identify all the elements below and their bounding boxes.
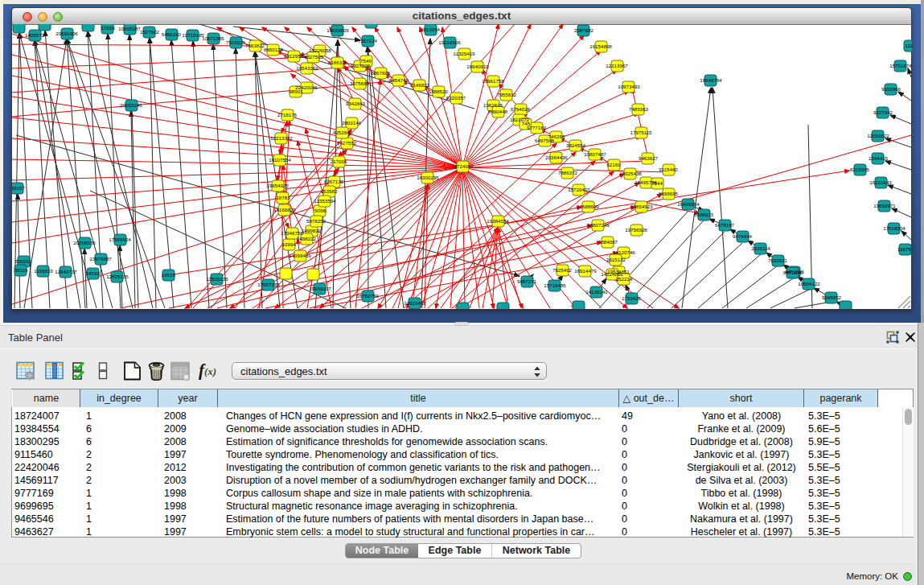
svg-text:10654122: 10654122 (798, 281, 820, 286)
svg-text:9245052: 9245052 (822, 295, 842, 300)
svg-text:7357224: 7357224 (358, 38, 378, 43)
svg-text:217006: 217006 (331, 159, 347, 164)
svg-text:7625402: 7625402 (552, 267, 573, 273)
svg-text:10671385: 10671385 (202, 35, 224, 41)
svg-text:5878352: 5878352 (306, 218, 326, 224)
svg-text:8427552: 8427552 (337, 140, 357, 146)
svg-text:9329966: 9329966 (881, 86, 901, 92)
svg-text:6466160: 6466160 (162, 31, 182, 37)
svg-text:8813054: 8813054 (421, 27, 441, 32)
svg-text:3675685: 3675685 (350, 80, 370, 86)
svg-text:8471676: 8471676 (783, 270, 803, 275)
svg-text:12505135: 12505135 (206, 276, 228, 282)
svg-text:1588520: 1588520 (429, 89, 449, 94)
svg-text:9146821: 9146821 (410, 82, 430, 88)
svg-text:1615132: 1615132 (606, 257, 626, 262)
svg-text:16033809: 16033809 (326, 27, 349, 33)
svg-text:19218506: 19218506 (438, 39, 461, 45)
svg-text:18724007: 18724007 (451, 163, 474, 169)
svg-text:535051: 535051 (15, 258, 32, 264)
svg-text:10025438: 10025438 (619, 171, 642, 176)
svg-text:19654925: 19654925 (266, 183, 289, 188)
svg-text:6479197: 6479197 (715, 222, 735, 228)
svg-text:3498222: 3498222 (297, 236, 317, 241)
svg-text:10719185: 10719185 (182, 32, 204, 38)
svg-text:4252842: 4252842 (333, 130, 353, 135)
svg-text:9084067: 9084067 (598, 239, 618, 245)
svg-text:6497568: 6497568 (535, 138, 555, 143)
svg-text:19166829: 19166829 (273, 207, 296, 212)
svg-text:3824554: 3824554 (566, 142, 586, 148)
svg-text:19384554: 19384554 (487, 218, 509, 224)
svg-text:10973493: 10973493 (618, 84, 640, 89)
svg-text:1156819: 1156819 (34, 268, 53, 274)
svg-text:7485063: 7485063 (629, 106, 649, 112)
svg-text:12942737: 12942737 (55, 269, 77, 274)
svg-text:16409954: 16409954 (677, 201, 700, 207)
svg-text:20691406: 20691406 (55, 31, 78, 36)
svg-text:20206536: 20206536 (73, 240, 96, 245)
svg-text:7886372: 7886372 (558, 170, 578, 175)
svg-text:62160: 62160 (606, 162, 621, 167)
svg-text:9115460: 9115460 (659, 167, 678, 172)
svg-text:2718176: 2718176 (277, 112, 298, 117)
svg-text:14136141: 14136141 (585, 289, 608, 295)
svg-text:19692971: 19692971 (873, 203, 896, 208)
svg-text:98901: 98901 (289, 89, 303, 94)
svg-text:23975887: 23975887 (89, 256, 112, 262)
svg-text:116753: 116753 (897, 246, 912, 252)
svg-text:10994: 10994 (281, 241, 296, 247)
svg-text:18783: 18783 (276, 195, 290, 200)
svg-text:16648784: 16648784 (700, 77, 722, 83)
svg-text:12213382: 12213382 (270, 135, 293, 141)
svg-text:16543362: 16543362 (296, 65, 318, 71)
svg-text:1362615: 1362615 (483, 102, 503, 108)
svg-text:2935114: 2935114 (751, 245, 770, 251)
svg-text:9098: 9098 (314, 208, 326, 213)
svg-text:7515526: 7515526 (226, 39, 246, 45)
svg-text:14519: 14519 (161, 272, 175, 278)
svg-text:12923465: 12923465 (404, 300, 426, 306)
svg-text:9327508: 9327508 (351, 63, 371, 68)
svg-text:8912954: 8912954 (284, 53, 304, 59)
svg-text:39157: 39157 (12, 185, 25, 191)
svg-text:1733426: 1733426 (622, 295, 642, 301)
svg-text:1499822: 1499822 (302, 228, 322, 233)
svg-text:16640910: 16640910 (466, 64, 489, 69)
svg-text:16107554: 16107554 (269, 157, 291, 163)
svg-text:17016504: 17016504 (883, 225, 906, 231)
svg-text:8267130: 8267130 (324, 179, 344, 184)
svg-text:20053346: 20053346 (120, 102, 142, 108)
svg-text:19654923: 19654923 (630, 204, 653, 209)
svg-text:8990448: 8990448 (488, 109, 508, 114)
svg-text:7544: 7544 (651, 180, 663, 186)
svg-text:39119: 39119 (14, 267, 28, 273)
svg-text:12505135: 12505135 (106, 274, 129, 279)
svg-text:8215955: 8215955 (850, 167, 870, 172)
svg-text:19756928: 19756928 (625, 227, 647, 233)
svg-text:12093822: 12093822 (867, 133, 889, 138)
svg-text:17559924: 17559924 (109, 237, 131, 242)
svg-text:12353594: 12353594 (314, 198, 336, 204)
svg-text:16782759: 16782759 (356, 293, 379, 299)
svg-text:17957255: 17957255 (257, 282, 280, 287)
svg-text:16961758: 16961758 (482, 78, 504, 84)
svg-text:8220357: 8220357 (446, 95, 466, 101)
svg-text:6794028: 6794028 (511, 106, 531, 112)
svg-text:9327505: 9327505 (304, 54, 324, 60)
svg-text:7663822: 7663822 (245, 43, 265, 48)
svg-text:19958107: 19958107 (309, 286, 331, 291)
svg-text:16210643: 16210643 (869, 179, 892, 185)
svg-text:7632621: 7632621 (768, 257, 788, 263)
svg-text:8186328: 8186328 (328, 60, 348, 65)
svg-text:15720407: 15720407 (568, 187, 590, 192)
svg-text:17046756: 17046756 (281, 230, 303, 236)
svg-text:17975115: 17975115 (630, 130, 652, 135)
svg-text:20364436: 20364436 (545, 154, 568, 160)
svg-text:12213967: 12213967 (606, 63, 628, 68)
svg-text:8454749: 8454749 (389, 77, 409, 83)
svg-text:1244415: 1244415 (869, 155, 889, 161)
svg-text:14510: 14510 (85, 270, 100, 276)
svg-text:7546: 7546 (360, 58, 372, 64)
svg-text:18300295: 18300295 (417, 175, 439, 180)
